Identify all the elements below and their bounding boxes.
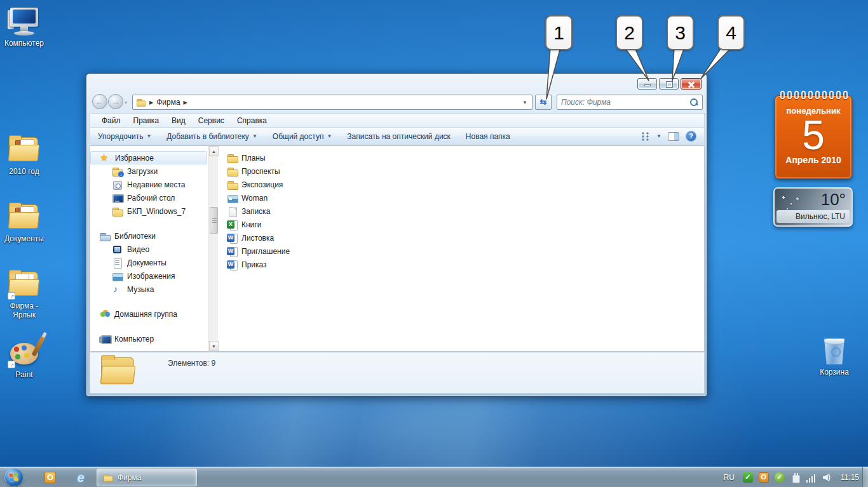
navigation-pane: Избранное ↓Загрузки Недавние места Рабоч… — [90, 146, 208, 351]
computer-icon — [8, 6, 41, 37]
desktop-icon-documents-folder[interactable]: Документы — [0, 202, 48, 243]
desktop: Компьютер 2010 год Документы Фирма - Ярл… — [0, 0, 868, 487]
internet-explorer-icon[interactable]: e — [75, 472, 86, 483]
recent-pages-chevron[interactable]: ▾ — [125, 100, 127, 105]
image-file-icon — [227, 193, 238, 203]
show-desktop-button[interactable] — [862, 467, 868, 487]
close-button[interactable] — [681, 78, 702, 90]
weather-temperature: 10° — [821, 190, 846, 210]
volume-icon[interactable] — [822, 472, 832, 483]
refresh-button[interactable]: ⇆ — [535, 95, 552, 110]
breadcrumb-item[interactable]: Фирма — [156, 98, 180, 107]
address-dropdown-icon[interactable]: ▼ — [522, 100, 529, 105]
help-icon[interactable]: ? — [686, 131, 696, 142]
firma-taskbar-button[interactable]: Фирма — [97, 469, 197, 486]
breadcrumb-caret[interactable]: ▶ — [184, 100, 187, 105]
nav-item-favorites[interactable]: Избранное — [90, 151, 207, 164]
organize-button[interactable]: Упорядочить▼ — [90, 132, 159, 141]
antivirus-tray-icon[interactable]: ✓ — [743, 472, 753, 483]
power-plug-tray-icon[interactable] — [790, 472, 801, 483]
new-folder-button[interactable]: Новая папка — [458, 132, 518, 141]
desktop-icon-computer[interactable]: Компьютер — [0, 6, 48, 48]
desktop-icon-paint[interactable]: Paint — [0, 338, 48, 379]
menu-edit[interactable]: Правка — [127, 116, 166, 125]
folder-icon — [136, 98, 145, 107]
file-item[interactable]: Записка — [227, 204, 704, 218]
network-signal-icon[interactable] — [806, 474, 817, 483]
folder-icon — [112, 206, 123, 217]
menu-file[interactable]: Файл — [95, 116, 127, 125]
nav-item-recent-places[interactable]: Недавние места — [90, 178, 208, 191]
taskbar-clock[interactable]: 11:15 — [841, 473, 859, 482]
nav-item-desktop[interactable]: Рабочий стол — [90, 191, 208, 204]
file-item[interactable]: Woman — [227, 191, 704, 204]
file-item[interactable]: WПриглашение — [227, 244, 704, 258]
add-to-library-button[interactable]: Добавить в библиотеку▼ — [159, 132, 264, 141]
view-dropdown-arrow-icon[interactable]: ▼ — [656, 133, 661, 139]
shortcut-arrow-icon — [8, 292, 15, 300]
search-box[interactable] — [557, 95, 703, 110]
share-button[interactable]: Общий доступ▼ — [265, 132, 340, 141]
calendar-gadget[interactable]: понедельник 5 Апрель 2010 — [775, 95, 852, 179]
nav-item-downloads[interactable]: ↓Загрузки — [90, 164, 208, 178]
navigation-scrollbar[interactable]: ▲ ▼ — [208, 146, 218, 351]
minimize-button[interactable] — [637, 78, 657, 90]
menu-help[interactable]: Справка — [231, 116, 273, 125]
menu-bar: Файл Правка Вид Сервис Справка — [90, 113, 705, 127]
file-item[interactable]: WЛистовка — [227, 231, 704, 244]
nav-item-homegroup[interactable]: Домашняя группа — [90, 307, 208, 321]
caption-buttons — [637, 78, 702, 90]
nav-item-computer[interactable]: Компьютер — [90, 332, 208, 345]
calendar-month-year: Апрель 2010 — [775, 155, 851, 165]
address-bar-row: ← → ▾ ▶ Фирма ▶ ▼ ⇆ — [86, 93, 707, 112]
dropdown-arrow-icon: ▼ — [252, 133, 257, 139]
forward-button[interactable]: → — [108, 94, 123, 109]
maximize-button[interactable] — [659, 78, 679, 90]
dropdown-arrow-icon: ▼ — [327, 133, 332, 139]
items-count: Элементов: 9 — [168, 359, 215, 368]
scroll-down-arrow-icon[interactable]: ▼ — [209, 341, 219, 351]
homegroup-icon — [99, 309, 110, 319]
desktop-icon-recycle-bin[interactable]: Корзина — [810, 335, 858, 377]
change-view-icon[interactable] — [641, 132, 650, 141]
nav-item-libraries[interactable]: Библиотеки — [90, 229, 208, 243]
desktop-icon-firma-shortcut[interactable]: Фирма - Ярлык — [0, 269, 48, 319]
menu-tools[interactable]: Сервис — [192, 116, 231, 125]
file-item[interactable]: Планы — [227, 151, 704, 164]
recent-places-icon — [112, 180, 123, 190]
text-file-icon — [227, 206, 238, 217]
nav-item-bkp-windows7[interactable]: БКП_Windows_7 — [90, 204, 208, 218]
folder-icon — [100, 354, 137, 389]
computer-icon — [99, 334, 110, 344]
outlook-taskbar-icon[interactable]: O — [44, 472, 56, 483]
back-button[interactable]: ← — [92, 94, 107, 109]
music-note-icon — [112, 284, 123, 295]
desktop-icon-2010-folder[interactable]: 2010 год — [0, 135, 48, 176]
weather-gadget[interactable]: 10° Вильнюс, LTU — [773, 187, 853, 227]
scroll-up-arrow-icon[interactable]: ▲ — [209, 146, 219, 156]
folder-shortcut-icon — [8, 269, 41, 300]
security-status-tray-icon[interactable]: ✓ — [775, 472, 785, 483]
start-button[interactable] — [4, 468, 24, 487]
outlook-tray-icon[interactable]: O — [759, 472, 769, 483]
file-list: Планы Проспекты Экспозиция Woman Записка… — [218, 146, 704, 351]
file-item[interactable]: XКниги — [227, 218, 704, 231]
burn-button[interactable]: Записать на оптический диск — [339, 132, 458, 141]
file-item[interactable]: Экспозиция — [227, 178, 704, 191]
nav-item-video[interactable]: Видео — [90, 243, 208, 256]
language-indicator[interactable]: RU — [724, 473, 735, 482]
preview-pane-icon[interactable] — [668, 132, 679, 141]
address-breadcrumb[interactable]: ▶ Фирма ▶ ▼ — [132, 95, 532, 110]
calendar-spiral-binding — [780, 91, 848, 99]
desktop-icon-label: 2010 год — [0, 167, 48, 176]
scrollbar-thumb[interactable] — [210, 207, 218, 234]
file-item[interactable]: Проспекты — [227, 164, 704, 178]
nav-item-music[interactable]: Музыка — [90, 283, 208, 296]
search-input[interactable] — [561, 98, 689, 107]
breadcrumb-caret: ▶ — [149, 100, 153, 105]
folder-icon — [8, 135, 41, 165]
nav-item-documents[interactable]: Документы — [90, 256, 208, 269]
nav-item-pictures[interactable]: Изображения — [90, 269, 208, 283]
menu-view[interactable]: Вид — [165, 116, 192, 125]
file-item[interactable]: WПриказ — [227, 258, 704, 271]
